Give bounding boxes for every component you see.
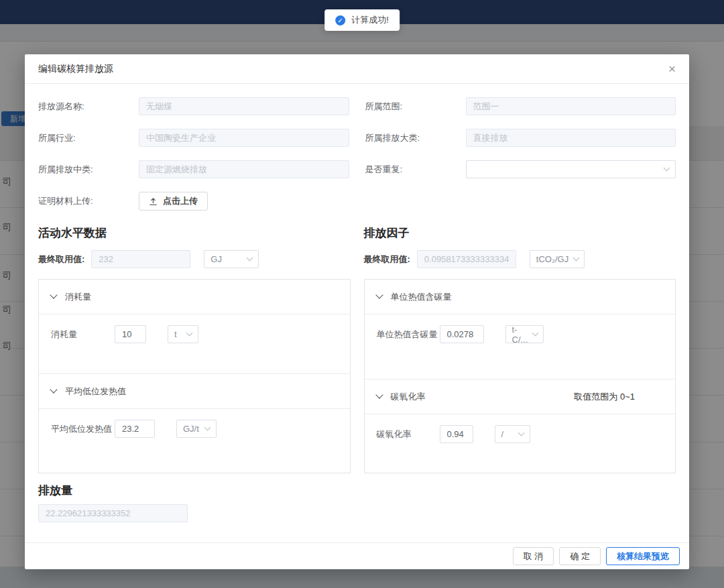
upload-button-label: 点击上传 (163, 195, 198, 207)
heat-value-section-header[interactable]: 平均低位发热值 (39, 374, 350, 409)
major-category-label: 所属排放大类: (365, 132, 466, 144)
upload-icon (149, 197, 158, 206)
oxidation-range-note: 取值范围为 0~1 (574, 391, 635, 403)
upload-button[interactable]: 点击上传 (139, 192, 208, 211)
consumption-unit-select[interactable]: t (168, 325, 198, 343)
emission-factor-column: 排放因子 最终取用值: tCO₂/GJ 单位热值含碳量 (364, 225, 676, 473)
chevron-down-icon (664, 165, 670, 172)
dialog-body: 排放源名称: 所属范围: 所属行业: 所属排放大类: 所属排放中类: (25, 84, 689, 542)
industry-input (139, 129, 349, 147)
screen: 新增 司 司 司 司 司 ✓ 计算成功! 编辑碳核算排放源 × 排放源名称: 所… (0, 0, 724, 588)
oxidation-section-header[interactable]: 碳氧化率 取值范围为 0~1 (365, 379, 676, 414)
field-scope: 所属范围: (365, 97, 676, 115)
chevron-down-icon (50, 386, 57, 393)
heat-value-input[interactable] (115, 420, 155, 438)
chevron-down-icon (204, 424, 211, 431)
field-source-name: 排放源名称: (38, 97, 349, 115)
activity-unit-select[interactable]: GJ (204, 250, 259, 268)
oxidation-header-label: 碳氧化率 (391, 391, 426, 403)
chevron-down-icon (186, 330, 193, 337)
activity-data-column: 活动水平数据 最终取用值: GJ 消耗量 (38, 225, 351, 473)
carbon-content-unit-select[interactable]: t-C/... (505, 325, 544, 343)
success-check-icon: ✓ (335, 15, 345, 25)
consumption-section-header[interactable]: 消耗量 (39, 280, 350, 314)
consumption-input[interactable] (115, 325, 146, 343)
dialog-footer: 取 消 确 定 核算结果预览 (25, 542, 689, 569)
chevron-down-icon (375, 291, 383, 298)
carbon-content-section-body: 单位热值含碳量 t-C/... (365, 314, 676, 379)
medium-category-label: 所属排放中类: (38, 164, 139, 176)
toast-text: 计算成功! (351, 14, 389, 26)
carbon-content-header-label: 单位热值含碳量 (391, 291, 452, 303)
chevron-down-icon (50, 291, 57, 298)
source-name-label: 排放源名称: (38, 101, 139, 113)
empty-cell (365, 192, 676, 211)
edit-emission-source-dialog: 编辑碳核算排放源 × 排放源名称: 所属范围: 所属行业: 所属排放大类: (25, 54, 689, 569)
industry-label: 所属行业: (38, 132, 139, 144)
activity-unit-value: GJ (210, 254, 222, 264)
factor-panel: 单位热值含碳量 单位热值含碳量 t-C/... 碳氧化 (364, 279, 676, 473)
duplicate-select[interactable] (466, 160, 676, 178)
duplicate-label: 是否重复: (365, 164, 466, 176)
consumption-label: 消耗量 (51, 325, 115, 341)
confirm-button[interactable]: 确 定 (559, 547, 601, 565)
emission-factor-title: 排放因子 (364, 225, 676, 241)
field-proof-upload: 证明材料上传: 点击上传 (38, 192, 349, 211)
proof-upload-label: 证明材料上传: (38, 195, 139, 207)
major-category-input (466, 129, 676, 147)
cancel-button[interactable]: 取 消 (513, 547, 554, 565)
field-industry: 所属行业: (38, 129, 349, 147)
factor-final-input (417, 250, 516, 268)
activity-panel: 消耗量 消耗量 t 平均低位发热值 (38, 279, 351, 473)
activity-data-title: 活动水平数据 (38, 225, 351, 241)
chevron-down-icon (247, 255, 253, 261)
factor-final-label: 最终取用值: (364, 253, 410, 266)
factor-unit-value: tCO₂/GJ (536, 254, 568, 264)
close-icon[interactable]: × (668, 62, 676, 75)
carbon-content-input[interactable] (440, 325, 484, 343)
scope-input (466, 97, 676, 115)
emission-amount-title: 排放量 (38, 483, 676, 498)
oxidation-input[interactable] (440, 425, 473, 443)
chevron-down-icon (518, 430, 524, 436)
source-name-input (139, 97, 349, 115)
medium-category-input (139, 160, 349, 178)
activity-final-input (91, 250, 190, 268)
oxidation-unit-select[interactable]: / (495, 425, 530, 443)
consumption-section-body: 消耗量 t (39, 314, 350, 374)
activity-final-label: 最终取用值: (38, 253, 84, 266)
preview-result-button[interactable]: 核算结果预览 (606, 547, 680, 565)
activity-final-row: 最终取用值: GJ (38, 250, 351, 268)
field-major-category: 所属排放大类: (365, 129, 676, 147)
oxidation-unit-value: / (501, 429, 504, 439)
dialog-title: 编辑碳核算排放源 (38, 63, 113, 75)
consumption-header-label: 消耗量 (65, 291, 91, 303)
carbon-content-section-header[interactable]: 单位热值含碳量 (365, 280, 676, 314)
scope-label: 所属范围: (365, 101, 466, 113)
data-columns: 活动水平数据 最终取用值: GJ 消耗量 (38, 225, 676, 473)
oxidation-label: 碳氧化率 (377, 425, 440, 441)
heat-value-label: 平均低位发热值 (51, 420, 115, 436)
dialog-header: 编辑碳核算排放源 × (25, 54, 689, 84)
basic-info-form: 排放源名称: 所属范围: 所属行业: 所属排放大类: 所属排放中类: (38, 97, 676, 211)
chevron-down-icon (573, 255, 580, 261)
emission-amount-input (38, 504, 188, 522)
carbon-content-label: 单位热值含碳量 (377, 325, 440, 341)
field-duplicate: 是否重复: (365, 160, 676, 178)
heat-value-section-body: 平均低位发热值 GJ/t (39, 409, 350, 473)
chevron-down-icon (532, 330, 539, 337)
field-medium-category: 所属排放中类: (38, 160, 349, 178)
heat-value-header-label: 平均低位发热值 (65, 386, 126, 398)
toast-message: ✓ 计算成功! (324, 9, 400, 31)
factor-final-row: 最终取用值: tCO₂/GJ (364, 250, 676, 268)
carbon-content-unit-value: t-C/... (512, 325, 528, 345)
heat-value-unit-value: GJ/t (183, 424, 199, 434)
consumption-unit-value: t (174, 329, 177, 339)
factor-unit-select[interactable]: tCO₂/GJ (530, 250, 585, 268)
chevron-down-icon (375, 391, 383, 398)
oxidation-section-body: 碳氧化率 / (365, 414, 676, 473)
heat-value-unit-select[interactable]: GJ/t (176, 420, 217, 438)
